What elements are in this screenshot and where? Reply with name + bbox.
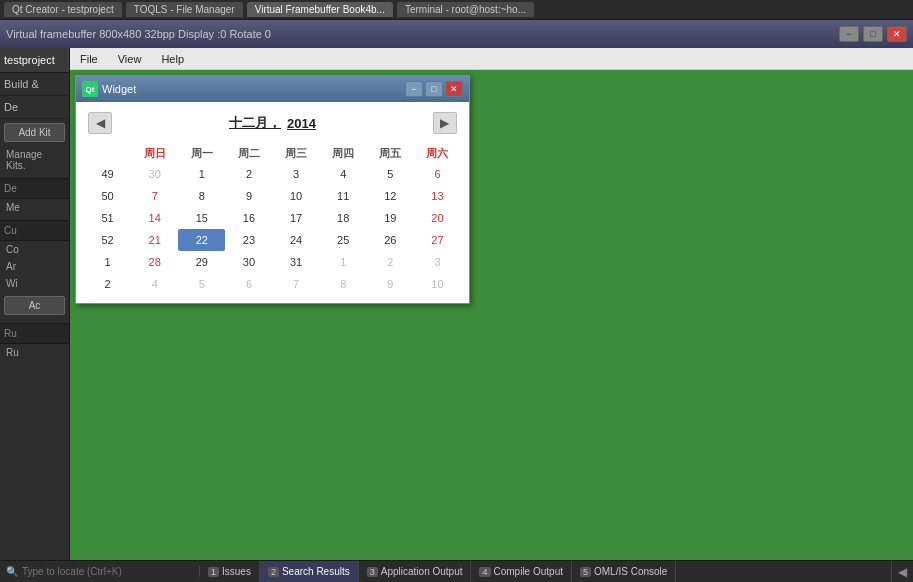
add-button[interactable]: Ac [4,296,65,315]
status-tab-issues[interactable]: 1Issues [200,561,260,582]
calendar-day[interactable]: 21 [131,229,178,251]
calendar-day[interactable]: 12 [367,185,414,207]
sidebar-manage-kits[interactable]: Manage Kits. [0,146,69,174]
outer-maximize-button[interactable]: □ [863,26,883,42]
calendar-day[interactable]: 6 [225,273,272,295]
tab-number: 1 [208,567,219,577]
search-input[interactable] [22,566,162,577]
calendar-day[interactable]: 27 [414,229,461,251]
calendar-day[interactable]: 8 [178,185,225,207]
calendar-day[interactable]: 29 [178,251,225,273]
weekday-fri: 周五 [367,144,414,163]
outer-close-button[interactable]: ✕ [887,26,907,42]
add-kit-button[interactable]: Add Kit [4,123,65,142]
calendar-day[interactable]: 17 [273,207,320,229]
calendar-day[interactable]: 5 [178,273,225,295]
calendar-day[interactable]: 26 [367,229,414,251]
calendar-day[interactable]: 18 [320,207,367,229]
calendar-day[interactable]: 7 [131,185,178,207]
calendar-day[interactable]: 1 [178,163,225,185]
taskbar-tab-filemanager[interactable]: TOQLS - File Manager [126,2,243,17]
vfb-menu-help[interactable]: Help [155,51,190,67]
calendar: ◀ 十二月， 2014 ▶ 周日 [76,102,469,303]
calendar-next-button[interactable]: ▶ [433,112,457,134]
sidebar-item-co[interactable]: Co [0,241,69,258]
taskbar-tab-terminal[interactable]: Terminal - root@host:~ho... [397,2,534,17]
vfb-menubar: File View Help [70,48,913,70]
vfb-content: File View Help Qt Widget − □ [70,48,913,560]
search-icon: 🔍 [6,566,18,577]
status-tab-compile-output[interactable]: 4Compile Output [471,561,572,582]
calendar-year[interactable]: 2014 [287,116,316,131]
calendar-day[interactable]: 31 [273,251,320,273]
widget-window: Qt Widget − □ ✕ ◀ [75,75,470,304]
calendar-day[interactable]: 9 [225,185,272,207]
widget-title: Widget [102,83,136,95]
calendar-day[interactable]: 1 [320,251,367,273]
calendar-day[interactable]: 8 [320,273,367,295]
calendar-day[interactable]: 25 [320,229,367,251]
calendar-day[interactable]: 5 [367,163,414,185]
vfb-menu-file[interactable]: File [74,51,104,67]
calendar-day[interactable]: 4 [131,273,178,295]
calendar-day[interactable]: 28 [131,251,178,273]
sidebar-section-cu: Cu [0,220,69,241]
calendar-day[interactable]: 19 [367,207,414,229]
status-tab-application-output[interactable]: 3Application Output [359,561,472,582]
calendar-day[interactable]: 3 [273,163,320,185]
status-tab-search-results[interactable]: 2Search Results [260,561,359,582]
statusbar: 🔍 1Issues2Search Results3Application Out… [0,560,913,582]
calendar-day[interactable]: 13 [414,185,461,207]
calendar-day[interactable]: 6 [414,163,461,185]
calendar-day[interactable]: 22 [178,229,225,251]
widget-minimize-button[interactable]: − [405,81,423,97]
outer-titlebar: Virtual framebuffer 800x480 32bpp Displa… [0,20,913,48]
week-number: 51 [84,207,131,229]
widget-maximize-button[interactable]: □ [425,81,443,97]
tab-label: Issues [222,566,251,577]
status-tab-oml/is-console[interactable]: 5OML/IS Console [572,561,676,582]
calendar-day[interactable]: 4 [320,163,367,185]
sidebar-item-debug[interactable]: De [0,96,69,119]
calendar-prev-button[interactable]: ◀ [88,112,112,134]
calendar-day[interactable]: 2 [225,163,272,185]
taskbar-tab-qtcreator[interactable]: Qt Creator - testproject [4,2,122,17]
calendar-day[interactable]: 10 [273,185,320,207]
calendar-day[interactable]: 30 [131,163,178,185]
calendar-day[interactable]: 3 [414,251,461,273]
calendar-day[interactable]: 30 [225,251,272,273]
outer-minimize-button[interactable]: − [839,26,859,42]
week-num-header [84,144,131,163]
calendar-day[interactable]: 16 [225,207,272,229]
sidebar-item-ar[interactable]: Ar [0,258,69,275]
calendar-day[interactable]: 11 [320,185,367,207]
weekday-wed: 周三 [273,144,320,163]
search-container: 🔍 [0,566,200,577]
widget-close-button[interactable]: ✕ [445,81,463,97]
tab-label: Search Results [282,566,350,577]
calendar-day[interactable]: 23 [225,229,272,251]
calendar-day[interactable]: 24 [273,229,320,251]
sidebar-item-build[interactable]: Build & [0,73,69,96]
vfb-menu-view[interactable]: View [112,51,148,67]
calendar-day[interactable]: 2 [367,251,414,273]
status-scroll-left-button[interactable]: ◀ [891,561,913,582]
sidebar-item-run[interactable]: Ru [0,344,69,361]
calendar-day[interactable]: 20 [414,207,461,229]
weekday-tue: 周二 [225,144,272,163]
calendar-day[interactable]: 10 [414,273,461,295]
taskbar: Qt Creator - testproject TOQLS - File Ma… [0,0,913,20]
tab-number: 3 [367,567,378,577]
sidebar-item-me[interactable]: Me [0,199,69,216]
sidebar-section-ru: Ru [0,323,69,344]
calendar-month[interactable]: 十二月， [229,114,281,132]
calendar-day[interactable]: 9 [367,273,414,295]
status-tabs: 1Issues2Search Results3Application Outpu… [200,561,676,582]
calendar-day[interactable]: 7 [273,273,320,295]
sidebar-item-wi[interactable]: Wi [0,275,69,292]
status-right: ◀ [891,561,913,582]
calendar-day[interactable]: 14 [131,207,178,229]
sidebar: testproject Build & De Add Kit Manage Ki… [0,48,70,560]
calendar-day[interactable]: 15 [178,207,225,229]
taskbar-tab-vfb[interactable]: Virtual Framebuffer Book4b... [247,2,393,17]
